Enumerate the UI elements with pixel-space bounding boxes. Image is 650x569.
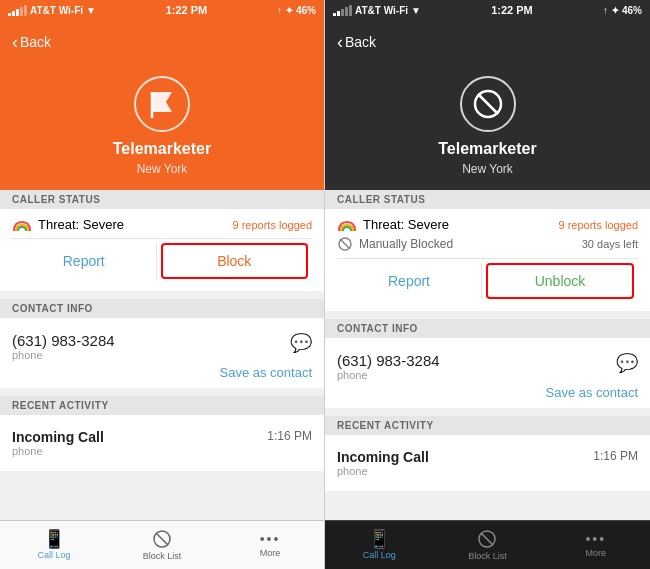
right-block-row-left: Manually Blocked xyxy=(337,236,453,252)
left-activity-title: Incoming Call xyxy=(12,429,104,445)
right-tab-more-label: More xyxy=(586,548,607,558)
left-back-button[interactable]: ‹ Back xyxy=(12,33,51,51)
action-divider xyxy=(156,243,157,279)
left-tab-calllog-label: Call Log xyxy=(37,550,70,560)
right-location-icon: ↑ xyxy=(603,5,608,16)
right-caller-status-header: CALLER STATUS xyxy=(325,190,650,209)
flag-icon xyxy=(146,88,178,120)
right-recent-section: RECENT ACTIVITY Incoming Call phone 1:16… xyxy=(325,416,650,491)
right-message-icon[interactable]: 💬 xyxy=(616,352,638,374)
right-block-icon xyxy=(472,88,504,120)
signal-icon xyxy=(8,5,27,16)
more-icon: ••• xyxy=(260,532,281,546)
right-unblock-button[interactable]: Unblock xyxy=(486,263,634,299)
threat-label: Threat: Severe xyxy=(38,217,124,232)
right-activity-info: Incoming Call phone xyxy=(337,449,429,477)
left-activity-info: Incoming Call phone xyxy=(12,429,104,457)
right-tab-more[interactable]: ••• More xyxy=(542,521,650,569)
svg-line-7 xyxy=(340,239,350,249)
phone-icon: 📱 xyxy=(43,530,65,548)
left-message-icon[interactable]: 💬 xyxy=(290,332,312,354)
left-save-contact[interactable]: Save as contact xyxy=(12,363,312,380)
left-tab-more[interactable]: ••• More xyxy=(216,521,324,569)
left-contact-section: CONTACT INFO (631) 983-3284 phone 💬 Save… xyxy=(0,299,324,388)
left-report-button[interactable]: Report xyxy=(12,239,156,283)
left-tab-bar: 📱 Call Log Block List ••• More xyxy=(0,520,324,569)
right-action-row: Report Unblock xyxy=(337,258,638,303)
left-phone-info: (631) 983-3284 phone xyxy=(12,332,115,361)
right-activity-time: 1:16 PM xyxy=(593,449,638,463)
right-phone-info: (631) 983-3284 phone xyxy=(337,352,440,381)
left-action-row: Report Block xyxy=(12,238,312,283)
carrier-label: AT&T Wi-Fi xyxy=(30,5,83,16)
right-wifi-icon: ▼ xyxy=(411,5,421,16)
right-recent-content: Incoming Call phone 1:16 PM xyxy=(325,435,650,491)
left-threat-left: Threat: Severe xyxy=(12,217,124,232)
right-caller-status-content: Threat: Severe 9 reports logged Manually… xyxy=(325,209,650,311)
right-profile-section: Telemarketer New York xyxy=(325,64,650,190)
right-reports-logged: 9 reports logged xyxy=(559,219,639,231)
right-manual-block-icon xyxy=(337,236,353,252)
svg-line-9 xyxy=(481,533,493,545)
right-status-bar: AT&T Wi-Fi ▼ 1:22 PM ↑ ✦ 46% xyxy=(325,0,650,20)
left-activity-time: 1:16 PM xyxy=(267,429,312,443)
right-status-icons: ↑ ✦ 46% xyxy=(603,5,642,16)
left-phone-number: (631) 983-3284 xyxy=(12,332,115,349)
right-activity-sub: phone xyxy=(337,465,429,477)
right-threat-row: Threat: Severe 9 reports logged xyxy=(337,217,638,232)
left-caller-status-header: CALLER STATUS xyxy=(0,190,324,209)
right-activity-row: Incoming Call phone 1:16 PM xyxy=(337,443,638,483)
right-phone-icon: 📱 xyxy=(368,530,390,548)
right-content: CALLER STATUS Threat: Severe 9 reports l… xyxy=(325,190,650,520)
right-more-icon: ••• xyxy=(585,532,606,546)
left-content: CALLER STATUS Threat: Severe 9 reports l… xyxy=(0,190,324,520)
right-tab-blocklist[interactable]: Block List xyxy=(433,521,541,569)
left-tab-calllog[interactable]: 📱 Call Log xyxy=(0,521,108,569)
left-profile-icon xyxy=(134,76,190,132)
time-label: 1:22 PM xyxy=(166,4,208,16)
right-tab-bar: 📱 Call Log Block List ••• More xyxy=(325,520,650,569)
right-carrier-label: AT&T Wi-Fi xyxy=(355,5,408,16)
right-back-label: Back xyxy=(345,34,376,50)
back-chevron-icon: ‹ xyxy=(12,33,18,51)
right-tab-blocklist-label: Block List xyxy=(468,551,507,561)
right-threat-label: Threat: Severe xyxy=(363,217,449,232)
right-contact-section: CONTACT INFO (631) 983-3284 phone 💬 Save… xyxy=(325,319,650,408)
left-block-button[interactable]: Block xyxy=(161,243,309,279)
right-profile-icon xyxy=(460,76,516,132)
left-status-bar: AT&T Wi-Fi ▼ 1:22 PM ↑ ✦ 46% xyxy=(0,0,324,20)
right-phone-panel: AT&T Wi-Fi ▼ 1:22 PM ↑ ✦ 46% ‹ Back Tele… xyxy=(325,0,650,569)
left-header: ‹ Back xyxy=(0,20,324,64)
left-phone-label: phone xyxy=(12,349,115,361)
right-tab-calllog[interactable]: 📱 Call Log xyxy=(325,521,433,569)
left-activity-row: Incoming Call phone 1:16 PM xyxy=(12,423,312,463)
right-status-carrier: AT&T Wi-Fi ▼ xyxy=(333,5,421,16)
back-label: Back xyxy=(20,34,51,50)
left-threat-row: Threat: Severe 9 reports logged xyxy=(12,217,312,232)
right-rainbow-icon xyxy=(337,218,357,232)
right-threat-left: Threat: Severe xyxy=(337,217,449,232)
left-recent-section: RECENT ACTIVITY Incoming Call phone 1:16… xyxy=(0,396,324,471)
left-profile-location: New York xyxy=(137,162,188,176)
right-phone-number: (631) 983-3284 xyxy=(337,352,440,369)
right-contact-content: (631) 983-3284 phone 💬 Save as contact xyxy=(325,338,650,408)
right-tab-calllog-label: Call Log xyxy=(363,550,396,560)
right-back-button[interactable]: ‹ Back xyxy=(337,33,376,51)
rainbow-icon xyxy=(12,218,32,232)
blocklist-icon xyxy=(152,529,172,549)
right-save-contact[interactable]: Save as contact xyxy=(337,383,638,400)
right-back-chevron-icon: ‹ xyxy=(337,33,343,51)
right-manually-blocked: Manually Blocked xyxy=(359,237,453,251)
left-contact-content: (631) 983-3284 phone 💬 Save as contact xyxy=(0,318,324,388)
right-days-left: 30 days left xyxy=(582,238,638,250)
right-time-label: 1:22 PM xyxy=(491,4,533,16)
wifi-icon: ▼ xyxy=(86,5,96,16)
left-tab-blocklist[interactable]: Block List xyxy=(108,521,216,569)
right-recent-header: RECENT ACTIVITY xyxy=(325,416,650,435)
bluetooth-icon: ✦ xyxy=(285,5,293,16)
left-tab-blocklist-label: Block List xyxy=(143,551,182,561)
right-profile-location: New York xyxy=(462,162,513,176)
right-bluetooth-icon: ✦ xyxy=(611,5,619,16)
right-report-button[interactable]: Report xyxy=(337,259,481,303)
right-contact-row: (631) 983-3284 phone 💬 xyxy=(337,346,638,383)
